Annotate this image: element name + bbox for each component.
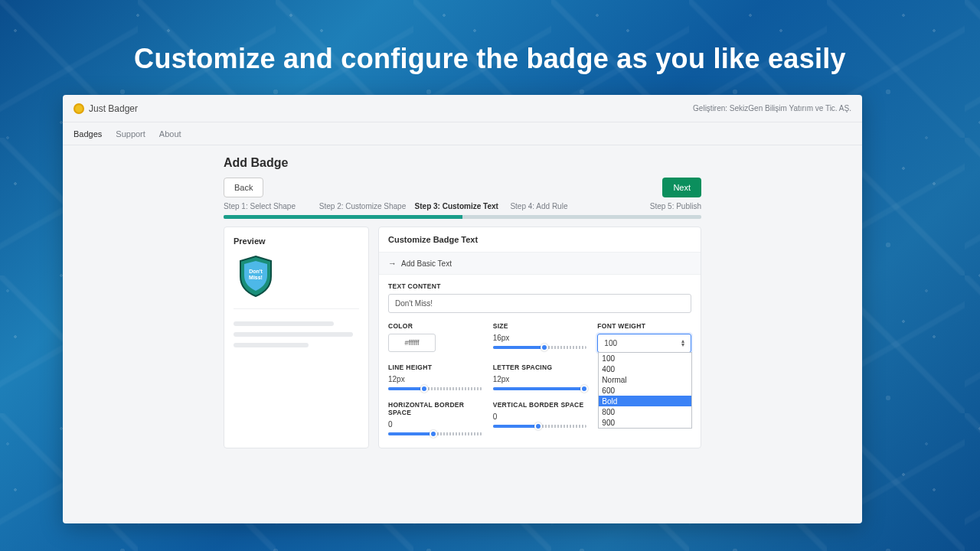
dropdown-item[interactable]: 900: [599, 417, 691, 428]
step-3[interactable]: Step 3: Customize Text: [415, 202, 511, 210]
hero-title: Customize and configure the badge as you…: [0, 43, 980, 75]
size-label: SIZE: [493, 322, 587, 330]
nav-tab-badges[interactable]: Badges: [74, 129, 102, 139]
letter-spacing-value: 12px: [493, 375, 587, 383]
dropdown-item[interactable]: Normal: [599, 374, 691, 385]
dropdown-item[interactable]: 100: [599, 353, 691, 364]
dropdown-item[interactable]: 800: [599, 406, 691, 417]
line-height-slider[interactable]: [388, 387, 482, 390]
h-border-label: HORIZONTAL BORDER SPACE: [388, 401, 482, 416]
badge-text: Don'tMiss!: [237, 269, 275, 280]
h-border-value: 0: [388, 420, 482, 429]
dropdown-item[interactable]: 600: [599, 385, 691, 396]
font-weight-label: FONT WEIGHT: [597, 322, 691, 330]
dropdown-item[interactable]: 400: [599, 364, 691, 374]
font-weight-dropdown: 100 400 Normal 600 Bold 800 900: [598, 352, 692, 429]
dropdown-item[interactable]: Bold: [599, 396, 691, 406]
back-button[interactable]: Back: [224, 178, 263, 197]
brand-name: Just Badger: [89, 103, 138, 114]
arrow-right-icon: →: [388, 259, 397, 268]
nav-tab-support[interactable]: Support: [116, 129, 145, 139]
nav-tabs: Badges Support About: [63, 122, 862, 145]
brand-icon: [74, 103, 84, 114]
step-5[interactable]: Step 5: Publish: [606, 202, 701, 210]
h-border-slider[interactable]: [388, 432, 482, 435]
wizard-steps: Step 1: Select Shape Step 2: Customize S…: [224, 202, 701, 210]
text-content-label: TEXT CONTENT: [388, 282, 691, 290]
skeleton-line: [234, 332, 353, 337]
step-4[interactable]: Step 4: Add Rule: [510, 202, 606, 210]
v-border-slider[interactable]: [493, 425, 587, 428]
line-height-label: LINE HEIGHT: [388, 364, 482, 371]
progress-fill: [224, 215, 462, 219]
add-basic-text-button[interactable]: → Add Basic Text: [379, 253, 701, 275]
letter-spacing-slider[interactable]: [493, 387, 587, 390]
preview-title: Preview: [234, 236, 359, 246]
letter-spacing-label: LETTER SPACING: [493, 364, 587, 371]
progress-bar: [224, 215, 701, 219]
skeleton-line: [234, 343, 309, 347]
color-label: COLOR: [388, 322, 482, 330]
size-value: 16px: [493, 334, 587, 342]
color-input[interactable]: #ffffff: [388, 334, 436, 352]
app-header: Just Badger Geliştiren: SekizGen Bilişim…: [63, 95, 862, 122]
nav-tab-about[interactable]: About: [159, 129, 181, 139]
page-title: Add Badge: [224, 156, 701, 170]
next-button[interactable]: Next: [662, 178, 701, 197]
select-arrows-icon: ▴▾: [681, 340, 684, 347]
customize-card: Customize Badge Text → Add Basic Text TE…: [378, 227, 701, 448]
app-window: Just Badger Geliştiren: SekizGen Bilişim…: [63, 95, 862, 523]
text-content-input[interactable]: [388, 294, 691, 313]
font-weight-select[interactable]: 100 ▴▾ 100 400 Normal 600 Bold 800 900: [597, 334, 691, 353]
developer-text: Geliştiren: SekizGen Bilişim Yatırım ve …: [693, 104, 851, 112]
customize-title: Customize Badge Text: [379, 227, 701, 253]
v-border-label: VERTICAL BORDER SPACE: [493, 401, 587, 409]
brand: Just Badger: [74, 103, 138, 114]
step-1[interactable]: Step 1: Select Shape: [224, 202, 319, 210]
v-border-value: 0: [493, 412, 587, 421]
preview-card: Preview Don'tMiss!: [224, 227, 369, 448]
page-body: Add Badge Back Next Step 1: Select Shape…: [63, 145, 862, 448]
badge-shield-icon: Don'tMiss!: [237, 255, 275, 298]
line-height-value: 12px: [388, 375, 482, 383]
size-slider[interactable]: [493, 346, 587, 349]
skeleton-line: [234, 321, 334, 326]
step-2[interactable]: Step 2: Customize Shape: [319, 202, 415, 210]
